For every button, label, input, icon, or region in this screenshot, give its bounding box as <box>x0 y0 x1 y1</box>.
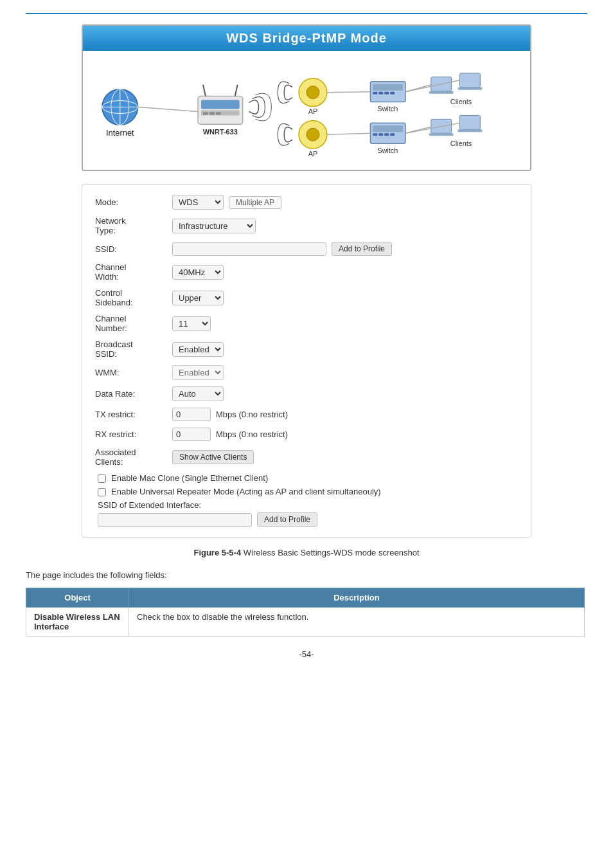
channel-number-select[interactable]: 11 <box>172 316 211 331</box>
page-number: -54- <box>26 649 587 659</box>
rx-restrict-input[interactable] <box>172 428 211 441</box>
network-type-label: NetworkType: <box>95 216 172 235</box>
svg-rect-25 <box>384 92 389 95</box>
ssid-ext-input[interactable]: WNRT-633 RPT0 <box>98 513 252 527</box>
universal-repeater-checkbox[interactable] <box>98 488 106 496</box>
rx-restrict-label: RX restrict: <box>95 429 172 439</box>
table-cell-description: Check the box to disable the wireless fu… <box>129 608 585 637</box>
figure-caption: Figure 5-5-4 Wireless Basic Settings-WDS… <box>82 548 531 557</box>
control-sideband-select[interactable]: Upper <box>172 291 224 305</box>
mode-select[interactable]: WDS <box>172 195 224 210</box>
diagram-container: WDS Bridge-PtMP Mode Internet WNRT-633 <box>82 24 531 171</box>
svg-line-45 <box>138 107 198 112</box>
svg-line-46 <box>327 92 371 93</box>
channel-number-control: 11 <box>172 316 518 331</box>
svg-rect-10 <box>209 112 215 114</box>
caption-text: Wireless Basic Settings-WDS mode screens… <box>241 548 419 557</box>
svg-text:WNRT-633: WNRT-633 <box>203 128 238 136</box>
svg-line-49 <box>327 133 371 134</box>
ssid-control: PLANET Add to Profile <box>172 242 518 256</box>
table-cell-object: Disable Wireless LANInterface <box>26 608 129 637</box>
wmm-select[interactable]: Enabled <box>172 365 224 380</box>
svg-point-19 <box>306 128 319 141</box>
svg-text:Switch: Switch <box>377 147 398 154</box>
svg-rect-41 <box>429 133 454 136</box>
broadcast-ssid-select[interactable]: Enabled <box>172 342 224 357</box>
svg-line-13 <box>235 85 238 96</box>
rx-restrict-control: Mbps (0:no restrict) <box>172 428 518 441</box>
mode-control: WDS Multiple AP <box>172 195 518 210</box>
svg-rect-42 <box>460 115 481 129</box>
broadcast-ssid-label: BroadcastSSID: <box>95 339 172 359</box>
svg-text:Internet: Internet <box>106 128 134 138</box>
associated-clients-control: Show Active Clients <box>172 450 518 464</box>
show-active-clients-button[interactable]: Show Active Clients <box>172 450 254 464</box>
svg-rect-26 <box>390 92 395 95</box>
channel-width-label: ChannelWidth: <box>95 262 172 282</box>
tx-restrict-row: TX restrict: Mbps (0:no restrict) <box>95 408 518 421</box>
tx-restrict-label: TX restrict: <box>95 410 172 419</box>
control-sideband-row: ControlSideband: Upper <box>95 288 518 307</box>
data-rate-row: Data Rate: Auto <box>95 386 518 401</box>
top-divider <box>26 13 587 14</box>
ssid-ext-row: WNRT-633 RPT0 Add to Profile <box>95 512 518 527</box>
page-intro-text: The page includes the following fields: <box>26 570 585 580</box>
table-row: Disable Wireless LANInterfaceCheck the b… <box>26 608 585 637</box>
data-rate-label: Data Rate: <box>95 389 172 399</box>
mode-row: Mode: WDS Multiple AP <box>95 195 518 210</box>
mode-label: Mode: <box>95 197 172 207</box>
ssid-row: SSID: PLANET Add to Profile <box>95 242 518 256</box>
network-type-select[interactable]: Infrastructure <box>172 219 256 233</box>
form-container: Mode: WDS Multiple AP NetworkType: Infra… <box>82 184 531 538</box>
svg-rect-24 <box>378 92 383 95</box>
ssid-input[interactable]: PLANET <box>172 242 326 256</box>
add-to-profile-button-1[interactable]: Add to Profile <box>332 242 392 256</box>
data-rate-select[interactable]: Auto <box>172 386 224 401</box>
broadcast-ssid-row: BroadcastSSID: Enabled <box>95 339 518 359</box>
svg-rect-33 <box>390 133 395 136</box>
table-header-object: Object <box>26 588 129 608</box>
ssid-ext-label: SSID of Extended Interface: <box>95 500 518 510</box>
svg-rect-29 <box>373 125 403 132</box>
svg-rect-38 <box>458 87 483 90</box>
control-sideband-control: Upper <box>172 291 518 305</box>
svg-rect-22 <box>373 84 403 91</box>
tx-restrict-unit: Mbps (0:no restrict) <box>216 410 288 419</box>
broadcast-ssid-control: Enabled <box>172 342 518 357</box>
associated-clients-row: AssociatedClients: Show Active Clients <box>95 448 518 467</box>
diagram-body: Internet WNRT-633 AP <box>83 51 530 170</box>
wmm-row: WMM: Enabled <box>95 365 518 380</box>
universal-repeater-row: Enable Universal Repeater Mode (Acting a… <box>95 487 518 496</box>
diagram-title: WDS Bridge-PtMP Mode <box>83 26 530 51</box>
add-to-profile-button-2[interactable]: Add to Profile <box>257 512 317 527</box>
control-sideband-label: ControlSideband: <box>95 288 172 307</box>
svg-text:Clients: Clients <box>450 98 472 105</box>
rx-restrict-row: RX restrict: Mbps (0:no restrict) <box>95 428 518 441</box>
svg-rect-7 <box>201 100 240 109</box>
wmm-control: Enabled <box>172 365 518 380</box>
svg-rect-43 <box>458 129 483 132</box>
svg-rect-37 <box>460 73 481 87</box>
info-table: Object Description Disable Wireless LANI… <box>26 588 585 637</box>
diagram-svg: Internet WNRT-633 AP <box>96 57 517 160</box>
figure-number: Figure 5-5-4 <box>193 548 241 557</box>
channel-width-row: ChannelWidth: 40MHz <box>95 262 518 282</box>
network-type-row: NetworkType: Infrastructure <box>95 216 518 235</box>
mac-clone-checkbox[interactable] <box>98 475 106 483</box>
svg-rect-32 <box>384 133 389 136</box>
rx-restrict-unit: Mbps (0:no restrict) <box>216 429 288 439</box>
table-header-row: Object Description <box>26 588 585 608</box>
table-header-description: Description <box>129 588 585 608</box>
channel-width-select[interactable]: 40MHz <box>172 265 224 280</box>
tx-restrict-control: Mbps (0:no restrict) <box>172 408 518 421</box>
svg-rect-36 <box>429 91 454 94</box>
multiple-ap-badge: Multiple AP <box>229 196 281 209</box>
svg-text:Clients: Clients <box>450 140 472 147</box>
mac-clone-label: Enable Mac Clone (Single Ethernet Client… <box>111 473 268 483</box>
svg-rect-31 <box>378 133 383 136</box>
svg-rect-30 <box>373 133 377 136</box>
svg-text:AP: AP <box>308 150 318 158</box>
data-rate-control: Auto <box>172 386 518 401</box>
svg-text:Switch: Switch <box>377 105 398 113</box>
tx-restrict-input[interactable] <box>172 408 211 421</box>
